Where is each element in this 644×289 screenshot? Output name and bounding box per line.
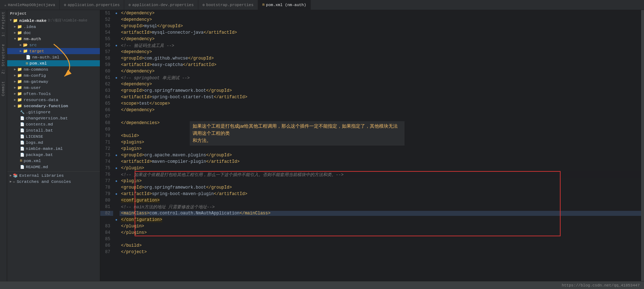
doc-folder-icon: 📁 [17, 30, 22, 35]
code-line-67: 67 [100, 113, 641, 120]
code-line-88: 87 </project> [100, 249, 641, 255]
src-folder-icon: 📂 [23, 43, 28, 47]
tree-label-idea: .idea [24, 24, 36, 29]
tree-label-nimble-make: nimble-make [19, 18, 47, 23]
tree-arrow-secondary-function: ▶ [13, 104, 17, 108]
tree-item-nimble-make-iml[interactable]: 📄 nimble-make.iml [7, 146, 100, 152]
tree-item-nm-auth-iml[interactable]: 📄 nm-auth.iml [7, 54, 100, 60]
right-scrollbar[interactable] [641, 10, 644, 281]
tree-item-nimble-make[interactable]: ▼ 📁 nimble-make D:\项目\nimble-make [7, 17, 100, 24]
left-side-tabs: 1: Project Z: Structure Commit [0, 10, 7, 281]
tree-item-external-libs[interactable]: ▶ 📚 External Libraries [7, 171, 100, 179]
code-line-83: ● </configuration> [100, 217, 641, 223]
tree-item-nm-gateway[interactable]: ▶ 📁 nm-gateway [7, 79, 100, 85]
tree-arrow-nm-auth: ▼ [13, 37, 17, 41]
often-tools-icon: 📁 [17, 91, 22, 96]
tree-item-often-tools[interactable]: ▶ 📁 often-Tools [7, 91, 100, 97]
code-line-65: 65 <scope>test</scope> [100, 100, 641, 107]
code-line-74: 74 <artifactId>maven-compiler-plugin</ar… [100, 158, 641, 165]
code-line-86: 85 [100, 236, 641, 242]
tree-item-target[interactable]: ▶ 📁 target [7, 48, 100, 54]
tab-pom-xml[interactable]: m pom.xml (nm-auth) [258, 0, 311, 10]
code-line-76: 76 <!-- 如果这个依赖是打包给其他工程引用，那么一下这个插件不能引入。否则… [100, 171, 641, 178]
tree-item-gitignore[interactable]: 🔧 .gitignore [7, 109, 100, 115]
nm-commons-icon: 📁 [17, 67, 22, 72]
tree-item-contents[interactable]: 📄 contents.md [7, 121, 100, 127]
code-line-73: 73 ● <groupId>org.apache.maven.plugins</… [100, 152, 641, 158]
external-libs-icon: 📚 [13, 173, 18, 178]
tree-arrow-external-libs: ▶ [9, 174, 13, 177]
code-line-66: 66 </dependency> [100, 107, 641, 113]
bat-file-icon-package: 📄 [20, 153, 24, 157]
tree-item-install[interactable]: 📄 install.bat [7, 127, 100, 133]
tree-item-resources-data[interactable]: ▶ 📁 resources-data [7, 97, 100, 103]
tree-label-contents: contents.md [26, 122, 53, 127]
code-line-60: 60 </dependency> [100, 68, 641, 75]
code-line-85: 84 </plugins> [100, 229, 641, 236]
iml-file-icon-nm: 📄 [20, 147, 24, 151]
nm-auth-folder-icon: 📁 [17, 37, 22, 41]
editor-area: 如果这个工程是打包成jar给其他工程调用，那么这个插件一定不能指定，如果指定了，… [100, 10, 641, 281]
tree-item-nm-user[interactable]: ▶ 📁 nm-user [7, 85, 100, 91]
tab-app-props[interactable]: ⚙ application.properties [60, 0, 124, 10]
code-line-62: 62 <dependency> [100, 81, 641, 87]
tree-item-pom-xml-auth[interactable]: m pom.xml [7, 60, 100, 66]
md-file-icon-contents: 📄 [20, 122, 24, 127]
tree-item-package-bat[interactable]: 📄 package.bat [7, 152, 100, 158]
tree-item-logs[interactable]: 📄 logs.md [7, 139, 100, 146]
java-file-icon: ☕ [4, 3, 6, 7]
tree-label-target: target [29, 49, 44, 53]
tree-label-nm-user: nm-user [24, 85, 41, 90]
left-tab-project[interactable]: 1: Project [1, 11, 5, 37]
bat-file-icon: 📄 [20, 116, 24, 120]
tree-label-nm-auth: nm-auth [24, 37, 41, 41]
tree-label-gitignore: .gitignore [26, 110, 50, 114]
bootstrap-file-icon: ⚙ [203, 3, 205, 7]
tree-label-often-tools: often-Tools [24, 91, 51, 96]
code-line-75: 75 ● </plugin> [100, 165, 641, 171]
scratches-icon: ✏️ [13, 179, 15, 184]
gitignore-file-icon: 🔧 [20, 110, 24, 114]
code-line-61: 61 ● <!-- springboot 单元测试 --> [100, 75, 641, 81]
iml-file-icon: 📄 [26, 55, 31, 60]
tree-item-pom-xml-root[interactable]: m pom.xml [7, 158, 100, 164]
tree-item-src[interactable]: ▶ 📂 src [7, 42, 100, 48]
tree-label-external-libs: External Libraries [19, 173, 64, 178]
bat-file-icon-install: 📄 [20, 128, 24, 133]
tree-label-package-bat: package.bat [26, 152, 53, 157]
props-file-icon: ⚙ [64, 3, 66, 7]
tree-item-doc[interactable]: ▶ 📁 doc [7, 30, 100, 36]
tab-handlemap[interactable]: ☕ HandleMapOObjectjava [0, 0, 60, 10]
code-line-58: 58 <groupId>com.github.whvcse</groupId> [100, 55, 641, 62]
tab-app-dev-props[interactable]: ⚙ application-dev.properties [124, 0, 198, 10]
editor-content[interactable]: 51 ● </dependency> 52 <dependency> 53 <g… [100, 10, 641, 281]
tree-item-scratches[interactable]: ▶ ✏️ Scratches and Consoles [7, 179, 100, 185]
code-line-84: 83 </plugin> [100, 223, 641, 229]
code-line-51: 51 ● </dependency> [100, 10, 641, 16]
project-folder-icon: 📁 [13, 18, 18, 23]
tree-item-license[interactable]: 📄 LICENSE [7, 133, 100, 139]
code-line-57: 57 <dependency> [100, 49, 641, 55]
sidebar-title: Project [7, 10, 100, 17]
tree-item-nm-config[interactable]: ▶ 📁 nm-config [7, 72, 100, 79]
tree-item-changeversion[interactable]: 📄 changeVersion.bat [7, 115, 100, 121]
tree-arrow-nimble-make: ▼ [9, 19, 13, 22]
tree-item-nm-commons[interactable]: ▶ 📁 nm-commons [7, 66, 100, 72]
tree-label-secondary-function: secondary-function [24, 104, 68, 108]
tree-label-src: src [29, 43, 37, 47]
tree-item-idea[interactable]: ▶ 📁 .idea [7, 24, 100, 30]
tree-label-nimble-make-iml: nimble-make.iml [26, 146, 63, 151]
tree-label-changeversion: changeVersion.bat [26, 116, 68, 120]
nm-user-icon: 📁 [17, 85, 22, 90]
tree-label-license: LICENSE [26, 134, 43, 139]
left-tab-structure[interactable]: Z: Structure [1, 44, 5, 74]
tree-item-nm-auth[interactable]: ▼ 📁 nm-auth [7, 36, 100, 42]
code-line-56: 56 ● <!-- 验证码生成工具 --> [100, 42, 641, 49]
left-tab-commit[interactable]: Commit [1, 81, 5, 96]
tree-item-secondary-function[interactable]: ▶ 📁 secondary-function [7, 103, 100, 109]
tree-arrow-src: ▶ [19, 43, 23, 47]
code-line-81: 81 <!-- main方法的地址 只需要修改这个地址--> [100, 204, 641, 210]
tab-bootstrap-props[interactable]: ⚙ bootstrap.properties [198, 0, 258, 10]
tree-item-readme[interactable]: 📄 README.md [7, 164, 100, 170]
status-bar: https://blog.csdn.net/qq_41853447 [0, 281, 644, 289]
